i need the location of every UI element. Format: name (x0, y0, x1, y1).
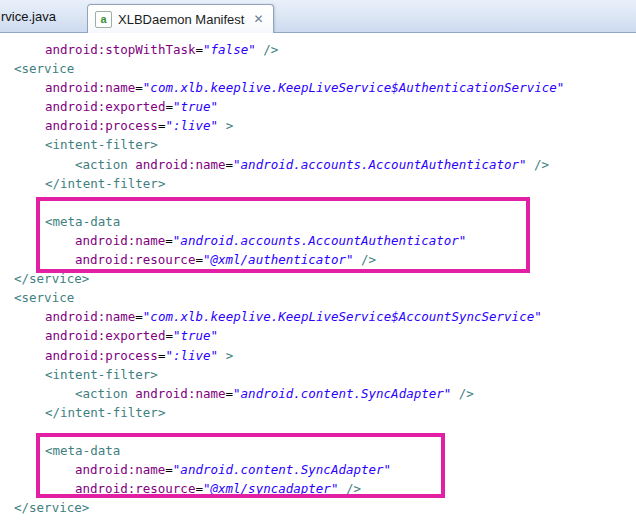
code-line[interactable]: <service (0, 59, 636, 78)
code-line[interactable]: <meta-data (0, 212, 636, 231)
code-line[interactable]: android:stopWithTask="false" /> (0, 40, 636, 59)
tab-service-java[interactable]: rvice.java (0, 0, 87, 32)
code-line[interactable]: android:name="android.accounts.AccountAu… (0, 231, 636, 250)
code-line[interactable]: </service> (0, 498, 636, 517)
code-line[interactable]: android:resource="@xml/syncadapter" /> (0, 479, 636, 498)
code-line[interactable]: android:name="com.xlb.keeplive.KeepLiveS… (0, 78, 636, 97)
code-line[interactable]: android:name="android.content.SyncAdapte… (0, 460, 636, 479)
code-line[interactable]: android:name="com.xlb.keeplive.KeepLiveS… (0, 307, 636, 326)
code-line[interactable]: android:process=":live" > (0, 346, 636, 365)
code-line[interactable]: android:resource="@xml/authenticator" /> (0, 250, 636, 269)
code-line[interactable]: android:process=":live" > (0, 116, 636, 135)
code-line[interactable]: <meta-data (0, 441, 636, 460)
code-area: android:stopWithTask="false" /><servicea… (0, 40, 636, 517)
code-line[interactable]: android:exported="true" (0, 326, 636, 345)
code-line[interactable]: <intent-filter> (0, 135, 636, 154)
xml-editor[interactable]: android:stopWithTask="false" /><servicea… (0, 33, 636, 520)
tab-xlbdaemon-manifest-label: XLBDaemon Manifest (118, 12, 244, 27)
code-line[interactable]: android:exported="true" (0, 97, 636, 116)
tab-service-java-label: rvice.java (1, 9, 56, 24)
code-line[interactable] (0, 422, 636, 441)
tab-xlbdaemon-manifest[interactable]: a XLBDaemon Manifest ✕ (87, 4, 274, 33)
code-line[interactable]: </intent-filter> (0, 403, 636, 422)
code-line[interactable] (0, 193, 636, 212)
code-line[interactable]: <action android:name="android.content.Sy… (0, 384, 636, 403)
code-line[interactable]: <service (0, 288, 636, 307)
code-line[interactable]: <action android:name="android.accounts.A… (0, 155, 636, 174)
close-tab-icon[interactable]: ✕ (253, 13, 263, 25)
editor-tab-bar: rvice.java a XLBDaemon Manifest ✕ (0, 0, 636, 33)
code-line[interactable]: </intent-filter> (0, 174, 636, 193)
code-line[interactable]: <intent-filter> (0, 365, 636, 384)
android-xml-file-icon: a (95, 11, 112, 28)
code-line[interactable]: </service> (0, 269, 636, 288)
